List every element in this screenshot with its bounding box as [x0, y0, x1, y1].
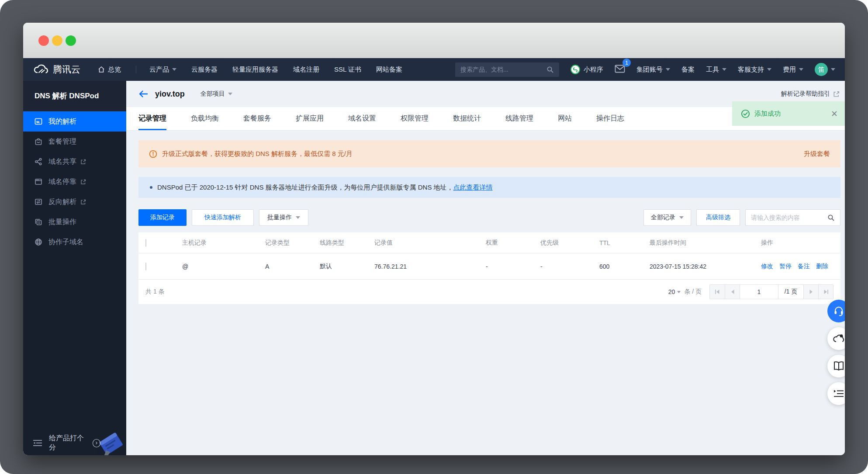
tab-statistics[interactable]: 数据统计 [453, 107, 481, 130]
tab-plan-services[interactable]: 套餐服务 [243, 107, 271, 130]
column-header-type: 记录类型 [265, 239, 320, 247]
svg-text:w.: w. [36, 120, 40, 124]
search-icon[interactable] [546, 66, 554, 73]
upgrade-plan-link[interactable]: 升级套餐 [804, 150, 830, 158]
remark-record-link[interactable]: 备注 [798, 263, 810, 270]
dns-records-icon: w. [35, 118, 42, 125]
last-page-button[interactable] [818, 285, 833, 299]
record-weight: - [486, 263, 540, 270]
nav-item-billing[interactable]: 费用 [783, 66, 803, 74]
last-page-icon [823, 289, 829, 294]
toast-message: 添加成功 [754, 110, 781, 118]
tab-domain-settings[interactable]: 域名设置 [348, 107, 376, 130]
help-guide-link[interactable]: 解析记录帮助指引 [781, 90, 840, 98]
tab-line-management[interactable]: 线路管理 [505, 107, 533, 130]
pagination-bar: 共 1 条 20 条 / 页 [138, 280, 840, 304]
nav-item-support[interactable]: 客服支持 [738, 66, 771, 74]
nav-item-icp[interactable]: 网站备案 [376, 66, 402, 74]
zoom-window-button[interactable] [66, 35, 76, 46]
pause-record-link[interactable]: 暂停 [779, 263, 792, 270]
tab-website[interactable]: 网站 [558, 107, 572, 130]
tencent-cloud-logo[interactable]: 腾讯云 [33, 63, 80, 76]
rate-product-button[interactable]: 给产品打个分 › [49, 434, 100, 452]
tab-extensions[interactable]: 扩展应用 [296, 107, 324, 130]
record-search-input[interactable] [751, 214, 827, 221]
chevron-down-icon [666, 68, 670, 71]
record-line: 默认 [320, 263, 374, 270]
nav-item-lighthouse[interactable]: 轻量应用服务器 [232, 66, 278, 74]
global-search-box[interactable] [455, 62, 559, 77]
column-header-line: 线路类型 [320, 239, 374, 247]
nav-item-beian[interactable]: 备案 [681, 66, 695, 74]
minimize-window-button[interactable] [52, 35, 62, 46]
tab-load-balancing[interactable]: 负载均衡 [191, 107, 219, 130]
support-chat-button[interactable] [827, 300, 845, 322]
avatar[interactable]: 笛 [815, 63, 828, 76]
prev-page-button[interactable] [725, 285, 740, 299]
chevron-down-icon [228, 93, 232, 95]
quick-add-button[interactable]: 快速添加解析 [192, 209, 254, 226]
package-icon [35, 138, 42, 145]
nav-item-ssl[interactable]: SSL 证书 [334, 66, 361, 74]
record-value: 76.76.21.21 [374, 263, 486, 270]
survey-button[interactable] [827, 382, 845, 405]
row-checkbox[interactable] [145, 263, 146, 270]
tab-permissions[interactable]: 权限管理 [401, 107, 429, 130]
search-icon[interactable] [827, 214, 835, 221]
nav-item-domain-registration[interactable]: 域名注册 [293, 66, 319, 74]
nav-item-mini-program[interactable]: 小程序 [571, 65, 603, 74]
nav-item-tools[interactable]: 工具 [706, 66, 726, 74]
documentation-button[interactable] [827, 355, 845, 377]
batch-operations-button[interactable]: 批量操作 [259, 209, 308, 226]
advanced-filter-button[interactable]: 高级筛选 [696, 209, 740, 226]
sidebar-item-domain-parking[interactable]: 域名停靠 [23, 172, 126, 192]
select-all-checkbox[interactable] [145, 239, 146, 247]
chevron-down-icon [677, 291, 681, 293]
cloud-notification-button[interactable] [827, 327, 845, 350]
close-icon[interactable]: ✕ [831, 109, 838, 119]
nav-divider [136, 66, 136, 73]
sidebar-item-collaborative-subdomains[interactable]: 协作子域名 [23, 232, 126, 252]
list-icon [833, 389, 844, 398]
global-search-input[interactable] [460, 66, 546, 73]
first-page-button[interactable] [710, 285, 725, 299]
notice-banner: DNSPod 已于 2020-12-15 针对 DNS 服务器地址进行全面升级，… [138, 177, 840, 198]
top-navbar: 腾讯云 总览 云产品 云服务器 轻量应用服务器 域名注册 SSL 证书 网站备案 [23, 58, 845, 81]
next-page-button[interactable] [803, 285, 818, 299]
sidebar-item-domain-sharing[interactable]: 域名共享 [23, 152, 126, 172]
back-arrow-icon[interactable] [138, 90, 148, 98]
nav-item-cvm[interactable]: 云服务器 [191, 66, 218, 74]
tab-record-management[interactable]: 记录管理 [138, 107, 166, 130]
page-size-unit-label: 条 / 页 [684, 288, 702, 296]
add-record-button[interactable]: 添加记录 [138, 209, 187, 226]
modify-record-link[interactable]: 修改 [761, 263, 773, 270]
account-menu[interactable]: 笛 [815, 63, 835, 76]
nav-item-group-account[interactable]: 集团账号 [636, 66, 670, 74]
sidebar-item-batch-operations[interactable]: 批量操作 [23, 212, 126, 232]
pager: /1 页 [709, 284, 833, 299]
chevron-down-icon [831, 68, 835, 71]
tab-operation-logs[interactable]: 操作日志 [596, 107, 624, 130]
delete-record-link[interactable]: 删除 [816, 263, 828, 270]
page-number-input[interactable] [740, 288, 778, 295]
project-selector[interactable]: 全部项目 [201, 90, 232, 98]
sidebar-item-plan-management[interactable]: 套餐管理 [23, 131, 126, 152]
record-filter-dropdown[interactable]: 全部记录 [643, 209, 691, 226]
navbar-right: 小程序 1 集团账号 备案 工具 客服支持 [455, 62, 835, 77]
table-row: @ A 默认 76.76.21.21 - - 600 2023-07-15 15… [138, 253, 840, 280]
sidebar-item-my-dns[interactable]: w. 我的解析 [23, 111, 126, 131]
chevron-right-circle-icon: › [93, 439, 100, 447]
mini-program-icon [571, 65, 580, 74]
cloud-logo-icon [33, 64, 48, 75]
home-icon [98, 66, 105, 73]
nav-item-cloud-products[interactable]: 云产品 [149, 66, 176, 74]
sidebar-item-reverse-dns[interactable]: 反向解析 [23, 192, 126, 212]
nav-item-overview[interactable]: 总览 [98, 66, 121, 74]
sidebar-collapse-button[interactable] [33, 439, 42, 446]
record-search-box[interactable] [745, 209, 840, 226]
nav-item-messages[interactable]: 1 [615, 65, 625, 74]
record-ttl: 600 [599, 263, 650, 270]
notice-details-link[interactable]: 点此查看详情 [453, 183, 493, 192]
page-size-selector[interactable]: 20 [668, 288, 681, 295]
close-window-button[interactable] [38, 35, 49, 46]
